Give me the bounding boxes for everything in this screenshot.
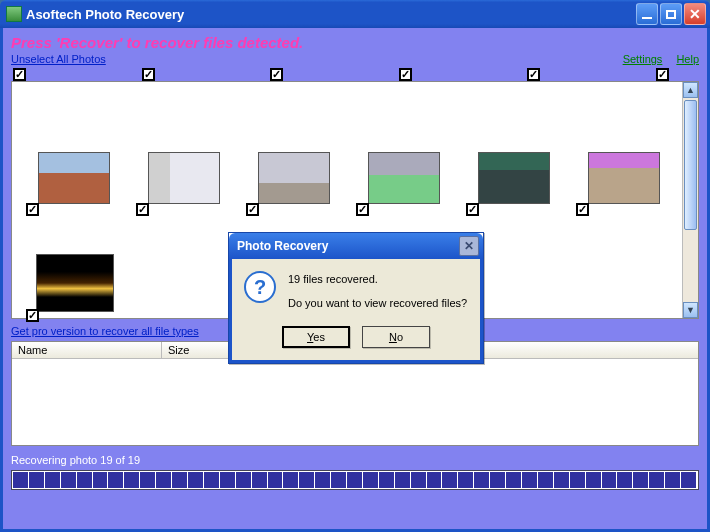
question-icon: ? — [244, 271, 276, 303]
checkbox[interactable] — [246, 203, 259, 216]
settings-link[interactable]: Settings — [623, 53, 663, 65]
help-link[interactable]: Help — [676, 53, 699, 65]
file-list-body — [12, 359, 698, 445]
window-title: Asoftech Photo Recovery — [26, 7, 184, 22]
dialog: Photo Recovery ✕ ? 19 files recovered. D… — [228, 232, 484, 364]
photo-thumb[interactable] — [26, 126, 118, 216]
checkbox[interactable] — [136, 203, 149, 216]
checkbox[interactable] — [399, 68, 412, 81]
pro-version-link[interactable]: Get pro version to recover all file type… — [11, 325, 199, 337]
scroll-thumb[interactable] — [684, 100, 697, 230]
scroll-up-button[interactable]: ▲ — [683, 82, 698, 98]
titlebar: Asoftech Photo Recovery ✕ — [0, 0, 710, 28]
photo-thumb[interactable] — [356, 126, 448, 216]
photo-thumb[interactable] — [576, 126, 668, 216]
dialog-close-button[interactable]: ✕ — [459, 236, 479, 256]
app-icon — [6, 6, 22, 22]
yes-button[interactable]: Yes — [282, 326, 350, 348]
checkbox[interactable] — [26, 203, 39, 216]
photo-thumb[interactable] — [246, 126, 338, 216]
photo-thumb[interactable] — [136, 126, 228, 216]
dialog-line2: Do you want to view recovered files? — [288, 295, 467, 313]
photo-thumb[interactable] — [26, 222, 120, 322]
dialog-title: Photo Recovery — [237, 239, 328, 253]
checkbox[interactable] — [656, 68, 669, 81]
photo-thumb[interactable] — [466, 126, 558, 216]
unselect-all-link[interactable]: Unselect All Photos — [11, 53, 106, 65]
checkbox[interactable] — [356, 203, 369, 216]
dialog-line1: 19 files recovered. — [288, 271, 467, 289]
dialog-message: 19 files recovered. Do you want to view … — [288, 271, 467, 312]
dialog-titlebar: Photo Recovery ✕ — [229, 233, 483, 259]
checkbox[interactable] — [527, 68, 540, 81]
checkbox[interactable] — [142, 68, 155, 81]
top-check-row — [3, 68, 707, 81]
maximize-button[interactable] — [660, 3, 682, 25]
close-button[interactable]: ✕ — [684, 3, 706, 25]
no-button[interactable]: No — [362, 326, 430, 348]
instruction-text: Press 'Recover' to recover files detecte… — [3, 28, 707, 53]
checkbox[interactable] — [466, 203, 479, 216]
progress-bar — [11, 470, 699, 490]
checkbox[interactable] — [576, 203, 589, 216]
checkbox[interactable] — [26, 309, 39, 322]
status-text: Recovering photo 19 of 19 — [3, 446, 707, 468]
scroll-down-button[interactable]: ▼ — [683, 302, 698, 318]
minimize-button[interactable] — [636, 3, 658, 25]
client-area: Press 'Recover' to recover files detecte… — [0, 28, 710, 532]
scrollbar[interactable]: ▲ ▼ — [682, 82, 698, 318]
checkbox[interactable] — [13, 68, 26, 81]
checkbox[interactable] — [270, 68, 283, 81]
column-header-name[interactable]: Name — [12, 342, 162, 358]
